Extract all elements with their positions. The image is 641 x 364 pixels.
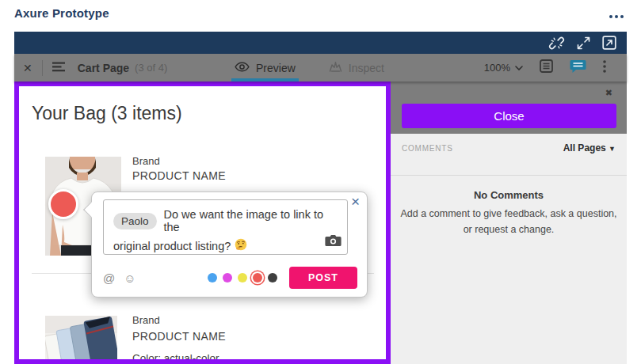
brand-label-2: Brand [132,314,160,326]
comments-sidebar: ✖ Close COMMENTS All Pages ▼ No Comments… [391,82,627,364]
tab-preview-label: Preview [256,62,296,74]
comment-input[interactable]: Paolo Do we want the image to link to th… [103,199,348,255]
camera-icon[interactable] [325,234,341,249]
post-button[interactable]: POST [289,267,357,289]
zoom-select[interactable]: 100% [484,62,523,74]
no-comments-title: No Comments [391,189,627,201]
sidebar-close-icon[interactable]: ✖ [605,88,612,98]
app-header: Axure Prototype [14,6,627,25]
color-dot-yellow[interactable] [238,273,247,282]
comment-text-line2: original product listing? [113,240,231,252]
resize-scale-icon[interactable] [577,36,590,50]
page-count: (3 of 4) [135,62,167,74]
no-comments-help: Add a comment to give feedback, ask a qu… [391,206,627,237]
color-dot-magenta[interactable] [223,273,232,282]
toolbar-right-group: 100% [484,54,627,82]
color-dot-dark[interactable] [268,273,277,282]
panel-divider [391,175,627,176]
chevron-down-icon [515,66,523,70]
product-name-1: PRODUCT NAME [132,169,226,182]
comments-toggle-icon[interactable] [570,59,586,77]
filter-caret-icon: ▼ [609,145,616,153]
color-dot-red-selected[interactable] [253,273,262,282]
pages-menu-icon[interactable] [52,61,66,75]
hotspots-broken-link-icon[interactable] [548,35,565,51]
comments-section-label: COMMENTS [402,144,453,153]
zoom-level: 100% [484,62,510,74]
emoji-picker-icon[interactable]: ☺ [124,271,135,285]
close-player-icon[interactable]: ✕ [23,63,32,74]
app-menu-ellipsis-icon[interactable] [609,15,624,18]
prototype-frame: Your Bag (3 items) Brand PRODUCT NAME [14,82,391,364]
brand-label-1: Brand [132,155,160,167]
tab-inspect[interactable]: Inspect [326,54,387,82]
mention-at-icon[interactable]: @ [103,271,115,285]
kebab-menu-icon[interactable] [603,60,606,76]
player-top-bar [14,32,627,54]
bag-heading: Your Bag (3 items) [32,103,182,124]
tab-inspect-label: Inspect [349,62,384,74]
eye-icon [235,62,250,74]
thinking-emoji-icon [235,238,247,253]
close-button[interactable]: Close [402,104,616,128]
product-image-2 [45,316,117,359]
player-toolbar: ✕ Cart Page (3 of 4) Preview [14,54,627,82]
comment-text-line1: Do we want the image to link to the [164,208,338,233]
author-badge: Paolo [113,213,157,229]
toolbar-divider [42,60,43,76]
product-name-2: PRODUCT NAME [132,330,226,343]
popup-bottom-row: @ ☺ POST [103,267,357,289]
popup-close-icon[interactable]: × [351,194,360,210]
notes-doc-icon[interactable] [540,59,553,76]
page-name: Cart Page [78,62,129,74]
comment-popup: × Paolo Do we want the image to link to … [91,191,368,298]
comment-pin[interactable] [48,189,78,219]
comments-panel: COMMENTS All Pages ▼ No Comments Add a c… [391,134,627,364]
pin-color-dots [208,273,277,282]
product-color-2: Color: actual-color [132,352,219,359]
active-tab-underline [231,78,299,82]
all-pages-filter[interactable]: All Pages ▼ [563,142,616,154]
mode-tabs: Preview Inspect [231,54,387,82]
page-title: Axure Prototype [14,6,109,20]
open-new-window-icon[interactable] [602,36,616,50]
tab-preview[interactable]: Preview [231,54,299,82]
color-dot-blue[interactable] [208,273,217,282]
inspect-icon [329,61,342,74]
